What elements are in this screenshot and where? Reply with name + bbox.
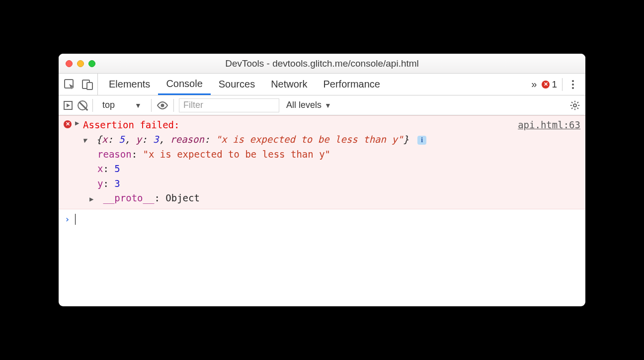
svg-rect-2 bbox=[87, 83, 92, 90]
separator bbox=[92, 99, 93, 112]
expand-toggle-icon[interactable]: ▶ bbox=[89, 194, 96, 205]
execution-context-select[interactable]: top ▼ bbox=[98, 98, 146, 112]
settings-menu-button[interactable] bbox=[567, 80, 578, 89]
chevron-down-icon: ▼ bbox=[324, 101, 331, 109]
live-expression-icon[interactable] bbox=[157, 99, 168, 111]
console-output: ✕ ▶ Assertion failed: api.html:63 ▼ {x: … bbox=[59, 115, 585, 306]
svg-line-10 bbox=[577, 107, 578, 108]
error-count: 1 bbox=[552, 79, 557, 90]
close-window-button[interactable] bbox=[66, 60, 73, 67]
prop-y[interactable]: y: 3 bbox=[97, 177, 580, 191]
clear-console-icon[interactable] bbox=[78, 100, 87, 110]
maximize-window-button[interactable] bbox=[88, 60, 95, 67]
object-properties: reason: "x is expected to be less than y… bbox=[64, 147, 580, 191]
svg-point-3 bbox=[161, 103, 164, 107]
devtools-window: DevTools - devtools.glitch.me/console/ap… bbox=[59, 54, 585, 306]
levels-label: All levels bbox=[286, 100, 322, 110]
tab-network[interactable]: Network bbox=[263, 74, 315, 95]
minimize-window-button[interactable] bbox=[77, 60, 84, 67]
window-titlebar: DevTools - devtools.glitch.me/console/ap… bbox=[59, 54, 585, 74]
context-label: top bbox=[102, 100, 115, 110]
tab-sources[interactable]: Sources bbox=[211, 74, 263, 95]
log-levels-select[interactable]: All levels ▼ bbox=[286, 100, 331, 110]
expand-toggle-icon[interactable]: ▶ bbox=[75, 118, 82, 129]
separator bbox=[151, 99, 152, 112]
console-settings-icon[interactable] bbox=[569, 100, 580, 111]
tab-elements[interactable]: Elements bbox=[101, 74, 158, 95]
object-preview[interactable]: ▼ {x: 5, y: 3, reason: "x is expected to… bbox=[64, 132, 580, 147]
filter-placeholder: Filter bbox=[183, 100, 203, 110]
toggle-device-icon[interactable] bbox=[81, 79, 93, 90]
error-count-badge[interactable]: ✕ 1 bbox=[542, 79, 557, 90]
collapse-toggle-icon[interactable]: ▼ bbox=[82, 135, 89, 146]
text-cursor bbox=[75, 214, 76, 225]
tab-performance[interactable]: Performance bbox=[316, 74, 389, 95]
proto-row[interactable]: ▶ __proto__: Object bbox=[64, 191, 580, 205]
window-title: DevTools - devtools.glitch.me/console/ap… bbox=[65, 58, 579, 69]
chevron-down-icon: ▼ bbox=[135, 101, 142, 109]
info-icon[interactable]: i bbox=[417, 136, 426, 145]
console-sidebar-toggle-icon[interactable] bbox=[64, 101, 73, 110]
console-prompt[interactable]: › bbox=[59, 209, 585, 229]
svg-line-11 bbox=[571, 107, 572, 108]
separator bbox=[173, 99, 174, 112]
more-tabs-button[interactable]: » bbox=[531, 79, 537, 90]
inspect-element-icon[interactable] bbox=[64, 79, 76, 90]
prop-reason[interactable]: reason: "x is expected to be less than y… bbox=[97, 147, 580, 162]
error-icon: ✕ bbox=[542, 81, 550, 89]
console-error-message[interactable]: ✕ ▶ Assertion failed: api.html:63 ▼ {x: … bbox=[59, 115, 585, 209]
source-link[interactable]: api.html:63 bbox=[518, 118, 580, 132]
main-toolbar: Elements Console Sources Network Perform… bbox=[59, 74, 585, 95]
prop-x[interactable]: x: 5 bbox=[97, 162, 580, 176]
tab-console[interactable]: Console bbox=[158, 74, 210, 95]
svg-point-4 bbox=[573, 104, 576, 107]
error-icon: ✕ bbox=[64, 120, 72, 128]
assertion-header: Assertion failed: bbox=[83, 118, 179, 132]
filter-input[interactable]: Filter bbox=[179, 98, 279, 112]
svg-line-12 bbox=[577, 102, 578, 103]
traffic-lights bbox=[66, 60, 95, 67]
svg-line-9 bbox=[571, 102, 572, 103]
panel-tabs: Elements Console Sources Network Perform… bbox=[98, 74, 388, 95]
prompt-caret-icon: › bbox=[65, 212, 70, 226]
console-filter-bar: top ▼ Filter All levels ▼ bbox=[59, 95, 585, 115]
separator bbox=[562, 78, 563, 91]
